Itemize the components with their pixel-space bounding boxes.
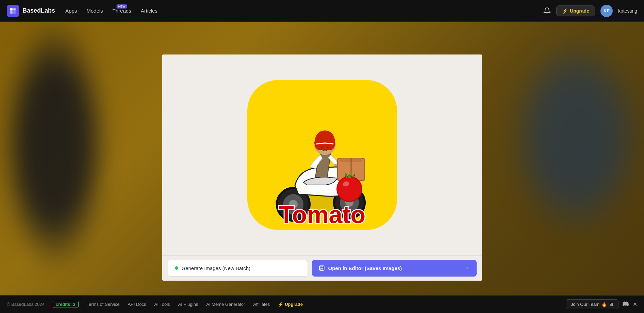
svg-text:Tomato: Tomato (279, 201, 365, 228)
image-display: Tomato (162, 54, 482, 255)
image-controls: Generate Images (New Batch) Open in Edit… (162, 255, 482, 281)
nav-threads[interactable]: Threads (113, 8, 131, 14)
footer-api-docs[interactable]: API Docs (128, 302, 146, 307)
bg-element-right (508, 34, 644, 238)
svg-point-16 (327, 146, 329, 148)
main-area: Tomato Generate Images (New Batch) Open … (0, 0, 644, 313)
svg-rect-0 (10, 8, 13, 11)
green-dot-icon (175, 266, 178, 270)
svg-rect-1 (13, 8, 16, 11)
image-panel: Tomato Generate Images (New Batch) Open … (162, 54, 482, 281)
nav-models[interactable]: Models (86, 8, 103, 14)
footer-terms[interactable]: Terms of Service (87, 302, 120, 307)
footer-ai-tools[interactable]: AI Tools (154, 302, 170, 307)
fire-icon: 🔥 (601, 302, 607, 307)
nav-threads-wrap: NEW Threads (113, 8, 131, 14)
upgrade-icon: ⚡ (562, 8, 568, 14)
svg-point-21 (337, 177, 361, 201)
footer-right: Join Our Team 🔥 🖥 ✕ (566, 299, 637, 309)
navbar: BasedLabs Apps Models NEW Threads Articl… (0, 0, 644, 22)
svg-point-15 (321, 146, 323, 148)
svg-rect-2 (10, 11, 13, 14)
avatar[interactable]: KP (600, 5, 613, 17)
monitor-icon: 🖥 (609, 302, 613, 307)
app-icon: Tomato (241, 73, 404, 237)
username-label: kptesting (618, 8, 637, 14)
nav-articles[interactable]: Articles (141, 8, 158, 14)
footer-ai-meme[interactable]: AI Meme Generator (206, 302, 245, 307)
upgrade-button[interactable]: ⚡ Upgrade (556, 5, 595, 16)
discord-icon[interactable] (623, 301, 629, 308)
logo-icon (7, 5, 19, 17)
save-icon (319, 265, 325, 271)
footer-affiliates[interactable]: Affiliates (253, 302, 270, 307)
twitter-icon[interactable]: ✕ (633, 301, 637, 308)
footer-ai-plugins[interactable]: AI Plugins (178, 302, 198, 307)
credits-badge: credits: 3 (53, 301, 79, 308)
navbar-right: ⚡ Upgrade KP kptesting (543, 5, 637, 17)
open-editor-button[interactable]: Open in Editor (Saves Images) → (312, 260, 477, 277)
bg-element-left (0, 17, 109, 272)
footer: © BasedLabs 2024 credits: 3 Terms of Ser… (0, 295, 644, 313)
brand-logo[interactable]: BasedLabs (7, 5, 55, 17)
nav-apps[interactable]: Apps (65, 8, 77, 14)
new-badge: NEW (117, 4, 127, 9)
notification-button[interactable] (543, 7, 551, 15)
arrow-right-icon: → (464, 265, 470, 272)
join-team-button[interactable]: Join Our Team 🔥 🖥 (566, 299, 618, 309)
svg-rect-3 (13, 11, 16, 14)
footer-upgrade-button[interactable]: ⚡ Upgrade (278, 302, 303, 307)
copyright: © BasedLabs 2024 (7, 302, 45, 307)
footer-upgrade-icon: ⚡ (278, 302, 283, 307)
generate-button[interactable]: Generate Images (New Batch) (168, 260, 308, 277)
brand-name: BasedLabs (22, 7, 55, 14)
nav-links: Apps Models NEW Threads Articles (65, 8, 158, 14)
